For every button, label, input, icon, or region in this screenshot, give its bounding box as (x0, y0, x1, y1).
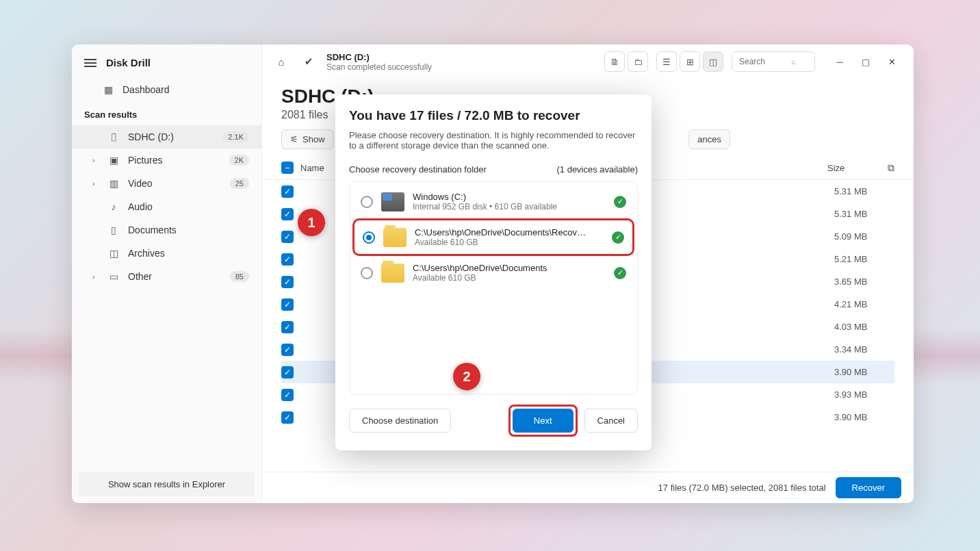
next-button[interactable]: Next (513, 409, 573, 433)
minimize-button[interactable]: ─ (827, 51, 852, 72)
select-all-checkbox[interactable]: – (281, 162, 294, 174)
folder-icon (383, 228, 407, 247)
recover-button[interactable]: Recover (836, 477, 901, 498)
nav-dashboard[interactable]: ▦ Dashboard (72, 78, 261, 101)
search-box[interactable]: ⌕ (732, 51, 815, 72)
nav-label: Dashboard (122, 84, 170, 95)
count-badge: 2.1K (222, 131, 249, 142)
dest-subtitle: Available 610 GB (413, 273, 606, 283)
view-folder-icon[interactable]: 🗀 (628, 51, 648, 72)
external-link-icon[interactable]: ⧉ (888, 162, 894, 174)
topbar-subtitle: Scan completed successfully (326, 62, 432, 72)
section-scan-results: Scan results (72, 101, 261, 125)
chevron-right-icon: › (92, 156, 99, 164)
cancel-button[interactable]: Cancel (584, 409, 638, 433)
other-icon: ▭ (107, 271, 120, 282)
count-badge: 2K (229, 155, 249, 166)
close-button[interactable]: ✕ (879, 51, 904, 72)
nav-label: Pictures (128, 155, 163, 166)
row-checkbox[interactable]: ✓ (281, 389, 294, 401)
nav-label: Documents (128, 225, 177, 235)
footer: 17 files (72.0 MB) selected, 2081 files … (262, 472, 914, 503)
archives-icon: ◫ (107, 248, 120, 259)
row-checkbox[interactable]: ✓ (281, 344, 294, 356)
row-checkbox[interactable]: ✓ (281, 253, 294, 266)
nav-video[interactable]: › ▥ Video 25 (72, 172, 261, 195)
nav-documents[interactable]: ▯ Documents (72, 218, 261, 242)
check-icon: ✔ (299, 52, 318, 71)
dest-subtitle: Internal 952 GB disk • 610 GB available (413, 202, 606, 212)
col-size[interactable]: Size (827, 163, 888, 173)
row-checkbox[interactable]: ✓ (281, 276, 294, 288)
choose-folder-label: Choose recovery destination folder (349, 164, 487, 175)
row-checkbox[interactable]: ✓ (281, 411, 294, 424)
row-checkbox[interactable]: ✓ (281, 321, 294, 333)
pictures-icon: ▣ (107, 155, 120, 166)
destination-list: Windows (C:) Internal 952 GB disk • 610 … (349, 181, 638, 395)
next-highlight: Next (508, 405, 578, 437)
home-icon[interactable]: ⌂ (272, 52, 291, 71)
search-input[interactable] (739, 57, 787, 66)
destination-option[interactable]: Windows (C:) Internal 952 GB disk • 610 … (352, 185, 634, 218)
nav-pictures[interactable]: › ▣ Pictures 2K (72, 149, 261, 172)
show-in-explorer-button[interactable]: Show scan results in Explorer (79, 472, 255, 496)
row-checkbox[interactable]: ✓ (281, 185, 294, 198)
destination-option-selected[interactable]: C:\Users\hp\OneDrive\Documents\Recov… Av… (352, 218, 634, 256)
row-checkbox[interactable]: ✓ (281, 231, 294, 243)
dest-title: Windows (C:) (413, 192, 606, 202)
view-grid-icon[interactable]: ⊞ (680, 51, 700, 72)
modal-title: You have 17 files / 72.0 MB to recover (349, 108, 638, 123)
radio-button[interactable] (361, 267, 373, 279)
menu-icon[interactable] (84, 59, 96, 67)
documents-icon: ▯ (107, 225, 120, 235)
dest-title: C:\Users\hp\OneDrive\Documents\Recov… (415, 227, 604, 238)
maximize-button[interactable]: ▢ (853, 51, 878, 72)
filter-chances-button[interactable]: ances (688, 129, 730, 149)
nav-label: Archives (128, 248, 165, 259)
annotation-1: 1 (298, 209, 325, 236)
folder-icon (381, 264, 404, 283)
devices-available: (1 devices available) (556, 164, 638, 175)
destination-option[interactable]: C:\Users\hp\OneDrive\Documents Available… (352, 256, 634, 290)
topbar: ⌂ ✔ SDHC (D:) Scan completed successfull… (262, 44, 914, 79)
sidebar: Disk Drill ▦ Dashboard Scan results ⌷ SD… (72, 44, 262, 503)
search-icon: ⌕ (791, 57, 796, 66)
drive-icon (381, 192, 404, 212)
row-checkbox[interactable]: ✓ (281, 298, 294, 311)
count-badge: 85 (230, 271, 249, 282)
dest-subtitle: Available 610 GB (415, 238, 604, 247)
audio-icon: ♪ (107, 201, 120, 212)
recovery-destination-modal: You have 17 files / 72.0 MB to recover P… (335, 94, 652, 450)
nav-archives[interactable]: ◫ Archives (72, 242, 261, 265)
app-name: Disk Drill (106, 57, 151, 68)
nav-sdhc[interactable]: ⌷ SDHC (D:) 2.1K (72, 125, 261, 149)
choose-destination-button[interactable]: Choose destination (349, 409, 451, 433)
dest-title: C:\Users\hp\OneDrive\Documents (413, 263, 606, 273)
chevron-right-icon: › (92, 272, 99, 281)
topbar-title: SDHC (D:) (326, 52, 432, 62)
status-ok-icon: ✓ (614, 196, 626, 208)
view-list-icon[interactable]: ☰ (656, 51, 677, 72)
app-header: Disk Drill (72, 44, 261, 78)
count-badge: 25 (230, 178, 249, 189)
nav-label: SDHC (D:) (128, 131, 174, 142)
radio-button[interactable] (361, 196, 373, 208)
row-checkbox[interactable]: ✓ (281, 366, 294, 379)
chevron-right-icon: › (92, 179, 99, 188)
filter-icon: ⚟ (290, 134, 298, 144)
footer-summary: 17 files (72.0 MB) selected, 2081 files … (658, 483, 826, 493)
nav-other[interactable]: › ▭ Other 85 (72, 265, 261, 288)
drive-icon: ⌷ (107, 131, 120, 142)
filter-show-button[interactable]: ⚟ Show (281, 129, 334, 149)
view-file-icon[interactable]: 🗎 (604, 51, 625, 72)
filter-label: Show (302, 134, 325, 144)
video-icon: ▥ (107, 178, 120, 189)
view-split-icon[interactable]: ◫ (703, 51, 723, 72)
annotation-2: 2 (453, 363, 480, 390)
nav-label: Video (128, 178, 153, 189)
filter-label: ances (697, 134, 721, 144)
radio-button[interactable] (363, 231, 375, 244)
status-ok-icon: ✓ (612, 231, 624, 244)
nav-audio[interactable]: ♪ Audio (72, 195, 261, 218)
row-checkbox[interactable]: ✓ (281, 208, 294, 220)
